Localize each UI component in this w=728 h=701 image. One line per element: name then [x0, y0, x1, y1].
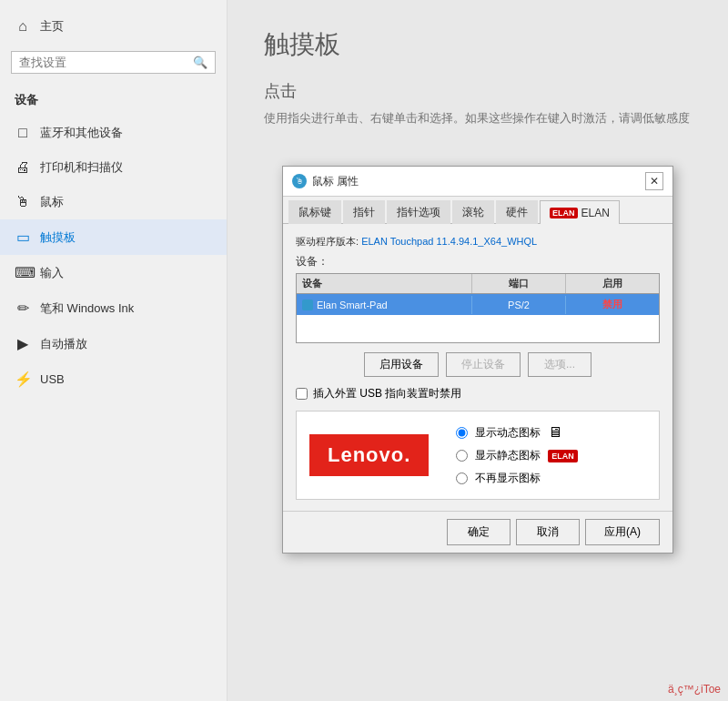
device-table-row[interactable]: Elan Smart-Pad PS/2 禁用: [297, 294, 659, 315]
mouse-icon: 🖱: [15, 194, 31, 210]
sidebar-item-label: 输入: [40, 265, 64, 281]
elan-brand-icon: ELAN: [550, 208, 578, 218]
sidebar-item-usb[interactable]: ⚡ USB: [0, 361, 227, 397]
input-icon: ⌨: [15, 264, 31, 281]
icon-display-radio-group: 显示动态图标 🖥 显示静态图标 ELAN 不再显示图标: [456, 424, 646, 486]
dialog-footer: 确定 取消 应用(A): [283, 511, 672, 553]
autoplay-icon: ▶: [15, 335, 31, 352]
tab-elan-label: ELAN: [581, 207, 610, 219]
radio-no-icon-label: 不再显示图标: [475, 471, 541, 486]
radio-item-no-icon[interactable]: 不再显示图标: [456, 471, 646, 486]
sidebar-item-printers[interactable]: 🖨 打印机和扫描仪: [0, 150, 227, 185]
home-icon: ⌂: [15, 18, 31, 35]
sidebar-item-label: 鼠标: [40, 194, 64, 210]
device-table-empty-space: [297, 315, 659, 342]
usb-disable-checkbox-row: 插入外置 USB 指向装置时禁用: [296, 386, 660, 401]
device-port-cell: PS/2: [472, 296, 566, 314]
dialog-title-left: 🖱 鼠标 属性: [292, 174, 359, 189]
ok-button[interactable]: 确定: [447, 519, 511, 545]
device-section-label: 设备：: [296, 254, 660, 269]
device-name-cell: Elan Smart-Pad: [297, 296, 472, 314]
tab-pointer[interactable]: 指针: [343, 200, 385, 224]
radio-item-static[interactable]: 显示静态图标 ELAN: [456, 448, 646, 463]
tab-pointer-options[interactable]: 指针选项: [387, 200, 450, 224]
radio-item-dynamic[interactable]: 显示动态图标 🖥: [456, 424, 646, 441]
tab-elan[interactable]: ELAN ELAN: [540, 200, 620, 224]
disable-device-button[interactable]: 停止设备: [446, 352, 521, 377]
device-action-buttons: 启用设备 停止设备 选项...: [296, 352, 660, 377]
dialog-tab-bar: 鼠标键 指针 指针选项 滚轮 硬件 ELAN ELAN: [283, 197, 672, 224]
touchpad-icon: ▭: [15, 229, 31, 246]
driver-version-link[interactable]: ELAN Touchpad 11.4.94.1_X64_WHQL: [361, 236, 537, 247]
sidebar-item-home[interactable]: ⌂ 主页: [0, 9, 227, 44]
tab-hardware[interactable]: 硬件: [496, 200, 538, 224]
enable-device-button[interactable]: 启用设备: [364, 352, 439, 377]
device-name: Elan Smart-Pad: [317, 300, 388, 310]
sidebar-item-label: 蓝牙和其他设备: [40, 125, 123, 141]
col-header-port: 端口: [472, 274, 566, 293]
sidebar-item-label: 自动播放: [40, 336, 87, 352]
sidebar-item-touchpad[interactable]: ▭ 触摸板: [0, 219, 227, 255]
settings-sidebar: ⌂ 主页 🔍 设备 □ 蓝牙和其他设备 🖨 打印机和扫描仪 🖱 鼠标 ▭ 触摸板…: [0, 0, 228, 701]
device-enabled-cell: 禁用: [566, 294, 659, 315]
driver-version-row: 驱动程序版本: ELAN Touchpad 11.4.94.1_X64_WHQL: [296, 235, 660, 249]
device-table: 设备 端口 启用 Elan Smart-Pad PS/2 禁用: [296, 273, 660, 343]
sidebar-item-ink[interactable]: ✏ 笔和 Windows Ink: [0, 290, 227, 326]
options-button[interactable]: 选项...: [528, 352, 592, 377]
tab-scroll[interactable]: 滚轮: [452, 200, 494, 224]
radio-no-icon[interactable]: [456, 472, 468, 484]
sidebar-item-autoplay[interactable]: ▶ 自动播放: [0, 326, 227, 361]
device-table-header: 设备 端口 启用: [297, 274, 659, 294]
dialog-titlebar: 🖱 鼠标 属性 ✕: [283, 167, 672, 197]
printer-icon: 🖨: [15, 159, 31, 176]
dialog-overlay: 🖱 鼠标 属性 ✕ 鼠标键 指针 指针选项 滚轮 硬件 ELAN ELAN: [228, 0, 728, 701]
sidebar-item-label: 打印机和扫描仪: [40, 159, 123, 176]
tab-mouse-keys[interactable]: 鼠标键: [288, 200, 341, 224]
dialog-close-button[interactable]: ✕: [645, 172, 663, 190]
pen-icon: ✏: [15, 300, 31, 317]
pc-monitor-icon: 🖥: [548, 424, 562, 441]
col-header-device: 设备: [297, 274, 472, 293]
dialog-body: 驱动程序版本: ELAN Touchpad 11.4.94.1_X64_WHQL…: [283, 224, 672, 511]
elan-static-icon: ELAN: [548, 450, 578, 462]
sidebar-item-mouse[interactable]: 🖱 鼠标: [0, 185, 227, 219]
dialog-title-text: 鼠标 属性: [312, 174, 359, 189]
usb-disable-label: 插入外置 USB 指向装置时禁用: [313, 386, 461, 401]
radio-static-icon[interactable]: [456, 450, 468, 462]
lenovo-branding-panel: Lenovo. 显示动态图标 🖥 显示静态图标 ELAN: [296, 411, 660, 500]
sidebar-item-bluetooth[interactable]: □ 蓝牙和其他设备: [0, 116, 227, 150]
search-icon: 🔍: [193, 56, 207, 69]
search-input[interactable]: [19, 56, 193, 69]
sidebar-item-label: 触摸板: [40, 229, 76, 246]
usb-icon: ⚡: [15, 371, 31, 388]
search-box[interactable]: 🔍: [11, 51, 216, 74]
usb-disable-checkbox[interactable]: [296, 388, 308, 400]
radio-dynamic-icon[interactable]: [456, 427, 468, 439]
lenovo-logo: Lenovo.: [309, 434, 429, 476]
sidebar-item-label: 笔和 Windows Ink: [40, 300, 134, 317]
radio-static-label: 显示静态图标: [475, 448, 541, 463]
sidebar-home-label: 主页: [40, 18, 64, 35]
sidebar-section-devices: 设备: [0, 88, 227, 112]
dialog-app-icon: 🖱: [292, 174, 307, 188]
device-small-icon: [302, 300, 313, 310]
driver-version-label: 驱动程序版本:: [296, 236, 359, 247]
main-content: 触摸板 点击 使用指尖进行单击、右键单击和选择。如果这些操作在键入时激活，请调低…: [228, 0, 728, 701]
radio-dynamic-label: 显示动态图标: [475, 425, 541, 441]
col-header-enabled: 启用: [566, 274, 659, 293]
bluetooth-icon: □: [15, 125, 31, 141]
sidebar-item-label: USB: [40, 372, 65, 386]
mouse-properties-dialog: 🖱 鼠标 属性 ✕ 鼠标键 指针 指针选项 滚轮 硬件 ELAN ELAN: [282, 166, 673, 554]
watermark: ä¸ç™¿iToe: [668, 683, 721, 696]
sidebar-item-input[interactable]: ⌨ 输入: [0, 255, 227, 290]
apply-button[interactable]: 应用(A): [585, 519, 660, 545]
cancel-button[interactable]: 取消: [516, 519, 580, 545]
